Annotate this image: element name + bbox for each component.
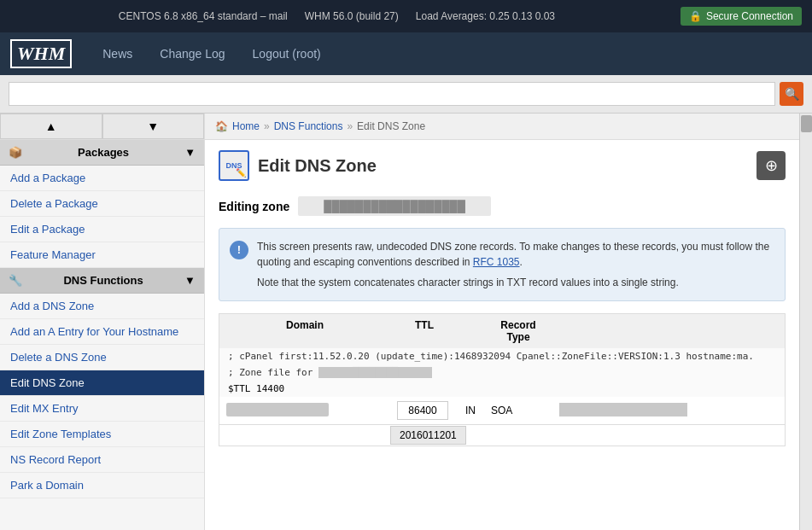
info-text-1: This screen presents raw, undecoded DNS …: [257, 239, 773, 270]
dns-section-expand-icon: ▼: [184, 274, 196, 287]
nav-arrow-up[interactable]: ▲: [0, 114, 102, 139]
page-title: Edit DNS Zone: [258, 156, 377, 176]
breadcrumb-home[interactable]: Home: [232, 120, 260, 132]
table-header-row: Domain TTL RecordType: [219, 313, 786, 348]
table-row: IN SOA: [219, 397, 786, 425]
whm-version: WHM 56.0 (build 27): [305, 10, 399, 22]
page-title-inner: DNS ✏️ Edit DNS Zone: [219, 150, 377, 181]
sidebar-item-edit-dns-zone[interactable]: Edit DNS Zone: [0, 370, 204, 396]
dns-zone-icon: DNS ✏️: [219, 150, 249, 181]
search-input[interactable]: [9, 82, 775, 106]
ttl-cell: [390, 397, 459, 424]
info-icon: !: [230, 241, 248, 259]
packages-icon: 📦: [9, 146, 22, 159]
info-box: ! This screen presents raw, undecoded DN…: [219, 228, 786, 301]
scrollbar[interactable]: [799, 114, 812, 530]
col-header-ttl: TTL: [390, 314, 459, 348]
whm-logo: WHM: [10, 39, 72, 68]
col-header-in: [459, 314, 484, 348]
domain-blurred-value: [226, 403, 329, 416]
editing-zone-row: Editing zone ██████████████████: [205, 191, 799, 228]
ttl-input[interactable]: [397, 401, 448, 420]
nav-bar: WHM News Change Log Logout (root): [0, 32, 812, 75]
editing-zone-value: ██████████████████: [298, 196, 491, 216]
sidebar-item-add-package[interactable]: Add a Package: [0, 166, 204, 191]
sidebar-item-edit-zone-templates[interactable]: Edit Zone Templates: [0, 422, 204, 447]
nav-logout[interactable]: Logout (root): [239, 35, 335, 73]
sidebar-item-edit-mx-entry[interactable]: Edit MX Entry: [0, 396, 204, 422]
packages-expand-icon: ▼: [184, 146, 196, 159]
serial-value: 2016011201: [390, 426, 466, 445]
sidebar-item-delete-package[interactable]: Delete a Package: [0, 191, 204, 217]
sidebar-item-park-domain[interactable]: Park a Domain: [0, 473, 204, 498]
sidebar-item-add-a-entry[interactable]: Add an A Entry for Your Hostname: [0, 319, 204, 345]
sidebar-item-edit-package[interactable]: Edit a Package: [0, 217, 204, 242]
server-info: CENTOS 6.8 x86_64 standard – mail WHM 56…: [10, 10, 663, 22]
col-header-record-type: RecordType: [484, 314, 552, 348]
breadcrumb-sep2: »: [347, 120, 353, 132]
serial-row: 2016011201: [219, 425, 786, 446]
dns-section-icon: 🔧: [9, 274, 22, 287]
dns-section-label: DNS Functions: [63, 274, 143, 287]
scrollbar-thumb[interactable]: [801, 115, 812, 132]
packages-label: Packages: [78, 146, 129, 159]
table-area: Domain TTL RecordType ; cPanel first:11.…: [205, 313, 799, 455]
domain-cell: [219, 399, 390, 423]
col-header-value: [552, 314, 785, 348]
type-cell: SOA: [484, 400, 552, 421]
main-layout: ▲ ▼ 📦 Packages ▼ Add a Package Delete a …: [0, 114, 812, 530]
page-title-area: DNS ✏️ Edit DNS Zone ⊕: [205, 140, 799, 191]
search-button[interactable]: 🔍: [780, 82, 803, 106]
search-area: 🔍: [0, 75, 812, 114]
sidebar-item-ns-record-report[interactable]: NS Record Report: [0, 447, 204, 473]
load-averages: Load Averages: 0.25 0.13 0.03: [416, 10, 555, 22]
serial-cell: 2016011201: [219, 425, 473, 446]
breadcrumb-home-icon: 🏠: [215, 120, 228, 132]
secure-connection-label: Secure Connection: [706, 10, 793, 22]
in-cell: IN: [459, 400, 484, 421]
breadcrumb-dns-functions[interactable]: DNS Functions: [274, 120, 343, 132]
info-text-2: Note that the system concatenates charac…: [257, 275, 773, 290]
top-bar: CENTOS 6.8 x86_64 standard – mail WHM 56…: [0, 0, 812, 32]
zone-file-for-line: ; Zone file for ████████: [219, 364, 786, 381]
sidebar-item-add-dns-zone[interactable]: Add a DNS Zone: [0, 294, 204, 319]
sidebar-item-feature-manager[interactable]: Feature Manager: [0, 242, 204, 268]
col-header-domain: Domain: [219, 314, 390, 348]
server-info-text: CENTOS 6.8 x86_64 standard – mail: [119, 10, 288, 22]
sidebar-section-dns[interactable]: 🔧 DNS Functions ▼: [0, 268, 204, 294]
sidebar-item-delete-dns-zone[interactable]: Delete a DNS Zone: [0, 345, 204, 370]
breadcrumb-current: Edit DNS Zone: [357, 120, 425, 132]
nav-changelog[interactable]: Change Log: [146, 35, 238, 73]
editing-zone-label: Editing zone: [219, 200, 289, 213]
rfc-1035-link[interactable]: RFC 1035: [473, 256, 520, 268]
content-area: 🏠 Home » DNS Functions » Edit DNS Zone D…: [205, 114, 799, 530]
secure-connection-button[interactable]: 🔒 Secure Connection: [681, 7, 802, 26]
nav-news[interactable]: News: [89, 35, 146, 73]
sidebar-nav-arrows: ▲ ▼: [0, 114, 204, 140]
nav-arrow-down[interactable]: ▼: [102, 114, 205, 139]
ttl-line: $TTL 14400: [219, 381, 786, 397]
sidebar: ▲ ▼ 📦 Packages ▼ Add a Package Delete a …: [0, 114, 205, 530]
zone-comment-line: ; cPanel first:11.52.0.20 (update_time):…: [219, 348, 786, 364]
lock-icon: 🔒: [689, 10, 702, 22]
value-cell: [552, 399, 785, 423]
help-icon[interactable]: ⊕: [757, 151, 786, 180]
sidebar-section-packages[interactable]: 📦 Packages ▼: [0, 140, 204, 166]
breadcrumb: 🏠 Home » DNS Functions » Edit DNS Zone: [205, 114, 799, 140]
breadcrumb-sep1: »: [264, 120, 270, 132]
